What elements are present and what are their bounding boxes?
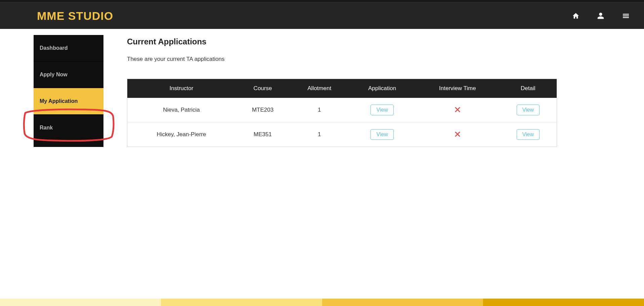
view-detail-button[interactable]: View [517, 129, 540, 140]
col-detail: Detail [500, 79, 557, 98]
cell-detail: View [500, 98, 557, 122]
cell-allotment: 1 [290, 122, 349, 147]
view-detail-button[interactable]: View [517, 105, 540, 115]
col-course: Course [235, 79, 290, 98]
footer-seg-3 [322, 299, 483, 306]
cell-course: ME351 [235, 122, 290, 147]
app-header: MME STUDIO [0, 3, 644, 29]
page-subtitle: These are your current TA applications [127, 56, 560, 63]
table-row: Nieva, Patricia MTE203 1 View View [127, 98, 557, 122]
cell-instructor: Hickey, Jean-Pierre [127, 122, 235, 147]
cell-application: View [349, 98, 416, 122]
footer-seg-1 [0, 299, 161, 306]
main-layout: Dashboard Apply Now My Application Rank … [0, 29, 644, 147]
cell-detail: View [500, 122, 557, 147]
content-area: Current Applications These are your curr… [127, 35, 644, 147]
hamburger-icon[interactable] [622, 12, 630, 20]
sidebar-item-rank[interactable]: Rank [34, 115, 103, 141]
cell-allotment: 1 [290, 98, 349, 122]
sidebar: Dashboard Apply Now My Application Rank [34, 35, 103, 147]
x-icon [455, 131, 460, 138]
browser-strip [0, 0, 644, 3]
page-title: Current Applications [127, 37, 560, 46]
x-icon [455, 106, 460, 114]
cell-course: MTE203 [235, 98, 290, 122]
user-icon[interactable] [597, 12, 604, 20]
cell-application: View [349, 122, 416, 147]
col-allotment: Allotment [290, 79, 349, 98]
col-instructor: Instructor [127, 79, 235, 98]
sidebar-item-label: Dashboard [40, 45, 68, 51]
sidebar-item-my-application[interactable]: My Application [34, 88, 103, 115]
sidebar-item-label: My Application [40, 98, 78, 104]
header-icon-group [572, 12, 630, 20]
footer-color-bar [0, 299, 644, 306]
sidebar-item-label: Apply Now [40, 72, 68, 77]
sidebar-item-label: Rank [40, 125, 53, 130]
sidebar-item-apply-now[interactable]: Apply Now [34, 62, 103, 88]
footer-seg-4 [483, 299, 644, 306]
cell-interview-time [416, 122, 500, 147]
sidebar-item-dashboard[interactable]: Dashboard [34, 35, 103, 62]
cell-instructor: Nieva, Patricia [127, 98, 235, 122]
table-row: Hickey, Jean-Pierre ME351 1 View Vie [127, 122, 557, 147]
applications-table: Instructor Course Allotment Application … [127, 79, 557, 147]
cell-interview-time [416, 98, 500, 122]
view-application-button[interactable]: View [371, 105, 393, 115]
col-application: Application [349, 79, 416, 98]
applications-table-wrap: Instructor Course Allotment Application … [127, 79, 557, 147]
home-icon[interactable] [572, 12, 579, 20]
col-interview-time: Interview Time [416, 79, 500, 98]
footer-seg-2 [161, 299, 322, 306]
view-application-button[interactable]: View [371, 129, 393, 140]
brand-logo[interactable]: MME STUDIO [37, 9, 113, 23]
